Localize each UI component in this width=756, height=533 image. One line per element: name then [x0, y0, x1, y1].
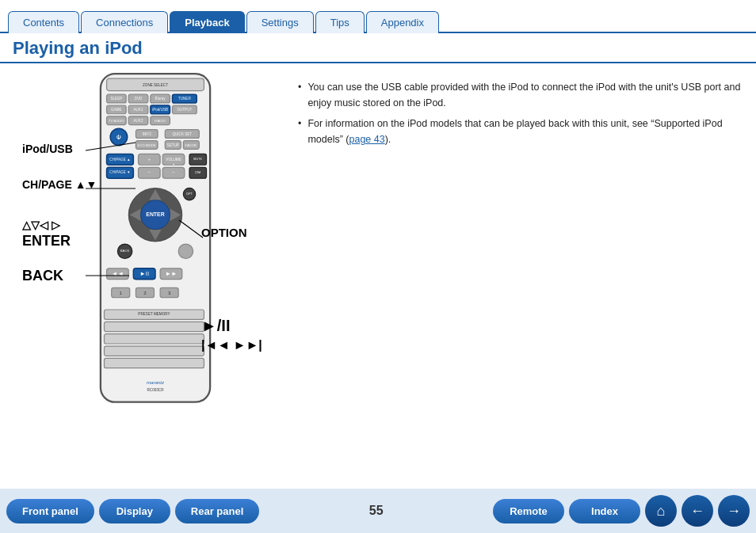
info-bullet-2: For information on the iPod models that … [298, 116, 743, 147]
svg-text:iPod/USB: iPod/USB [152, 108, 168, 112]
back-nav-button[interactable]: ← [682, 495, 713, 527]
svg-text:1: 1 [120, 290, 123, 295]
ipod-usb-label: iPod/USB [22, 143, 73, 155]
svg-text:BACK: BACK [120, 249, 130, 253]
svg-rect-76 [105, 322, 204, 331]
svg-text:TV AUDIO: TV AUDIO [109, 119, 125, 123]
option-label: OPTION [201, 226, 247, 239]
tab-playback[interactable]: Playback [170, 11, 244, 33]
nav-tabs: Contents Connections Playback Settings T… [0, 0, 756, 33]
svg-text:CH/PAGE ▲: CH/PAGE ▲ [109, 158, 130, 162]
svg-text:RC003CR: RC003CR [147, 388, 165, 392]
back-arrow-icon: ← [690, 503, 704, 520]
svg-text:⏻: ⏻ [116, 134, 121, 139]
svg-text:SETUP: SETUP [167, 143, 179, 147]
svg-text:marantz: marantz [147, 379, 165, 385]
tab-contents[interactable]: Contents [8, 11, 79, 33]
svg-text:◄◄: ◄◄ [112, 270, 124, 277]
bottom-nav-left: Front panel Display Rear panel [6, 499, 259, 523]
svg-point-61 [178, 244, 193, 258]
back-label: BACK [22, 268, 63, 284]
tab-connections[interactable]: Connections [81, 11, 168, 33]
svg-text:FAVOR.: FAVOR. [185, 143, 197, 147]
svg-text:Bluray: Bluray [155, 97, 166, 101]
home-button[interactable]: ⌂ [645, 495, 677, 527]
bottom-nav: Front panel Display Rear panel 55 Remote… [0, 489, 756, 533]
index-button[interactable]: Index [569, 499, 640, 523]
svg-text:DIM: DIM [195, 171, 200, 174]
tab-settings[interactable]: Settings [246, 11, 314, 33]
page-number-area: 55 [360, 504, 393, 518]
svg-text:OPT: OPT [186, 192, 193, 196]
display-button[interactable]: Display [99, 499, 170, 523]
svg-text:INFO: INFO [143, 132, 151, 136]
page-link[interactable]: page 43 [349, 134, 384, 145]
page-title: Playing an iPod [0, 33, 756, 63]
forward-arrow-icon: → [727, 503, 741, 520]
svg-text:ENTER: ENTER [146, 211, 164, 217]
svg-text:QUICK SET: QUICK SET [172, 132, 192, 136]
svg-text:OUTPUT: OUTPUT [177, 108, 192, 112]
svg-text:3: 3 [168, 290, 171, 295]
page-number: 55 [360, 504, 393, 518]
svg-rect-79 [105, 358, 204, 367]
bottom-nav-right: Remote Index ⌂ ← → [493, 495, 750, 527]
home-icon: ⌂ [657, 503, 666, 520]
svg-text:2: 2 [143, 290, 147, 295]
svg-text:AUX1: AUX1 [133, 108, 143, 112]
svg-text:GAME: GAME [111, 108, 122, 112]
info-area: You can use the USB cable provided with … [282, 71, 743, 476]
remote-area: ZONE SELECT SLEEP DVD Bluray TUNER GAME … [13, 71, 282, 476]
tab-tips[interactable]: Tips [315, 11, 365, 33]
forward-nav-button[interactable]: → [718, 495, 750, 527]
svg-text:RADIO: RADIO [155, 119, 166, 123]
play-pause-label: ►/II |◄◄ ►►| [201, 317, 262, 352]
ch-page-label: CH/PAGE ▲▼ [22, 178, 97, 191]
info-bullet-1: You can use the USB cable provided with … [298, 79, 743, 111]
svg-text:ECO MODE: ECO MODE [138, 143, 156, 147]
svg-rect-77 [105, 334, 204, 344]
arrows-enter-label: △▽◁ ▷ ENTER [22, 218, 71, 251]
svg-text:−: − [148, 169, 151, 175]
rear-panel-button[interactable]: Rear panel [175, 499, 259, 523]
svg-text:+: + [172, 161, 175, 166]
svg-text:MUTE: MUTE [193, 158, 202, 161]
svg-text:−: − [172, 169, 175, 175]
remote-button[interactable]: Remote [493, 499, 564, 523]
svg-text:ZONE SELECT: ZONE SELECT [143, 83, 168, 87]
svg-text:►►: ►► [165, 270, 177, 277]
front-panel-button[interactable]: Front panel [6, 499, 94, 523]
main-content: ZONE SELECT SLEEP DVD Bluray TUNER GAME … [0, 63, 756, 484]
svg-text:+: + [148, 156, 151, 162]
svg-text:DVD: DVD [135, 97, 143, 101]
svg-text:CH/PAGE ▼: CH/PAGE ▼ [109, 170, 130, 174]
svg-rect-78 [105, 346, 204, 356]
svg-text:TUNER: TUNER [178, 97, 192, 101]
svg-text:PRESET MEMORY: PRESET MEMORY [138, 312, 170, 316]
svg-text:AUX2: AUX2 [133, 119, 143, 123]
tab-appendix[interactable]: Appendix [366, 11, 439, 33]
svg-text:►II: ►II [139, 270, 149, 277]
svg-text:SLEEP: SLEEP [110, 97, 122, 101]
